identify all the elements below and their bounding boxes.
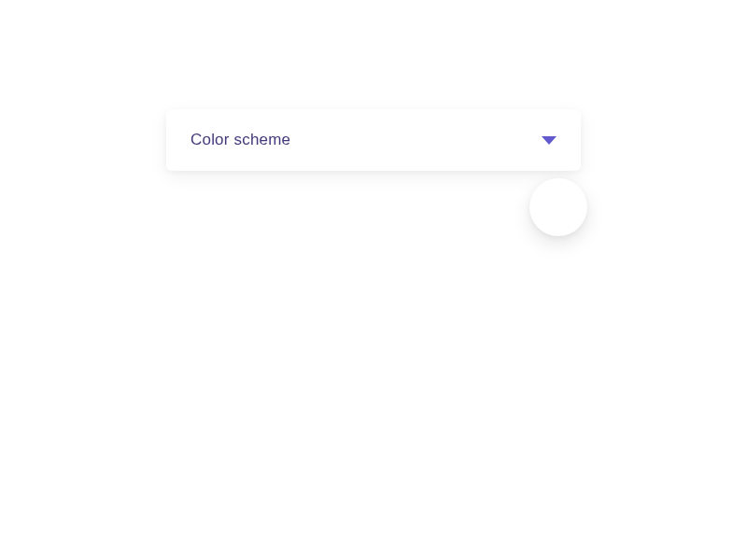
dropdown-label: Color scheme (190, 131, 290, 149)
chevron-down-icon (542, 136, 557, 145)
color-scheme-dropdown[interactable]: Color scheme (166, 109, 581, 171)
floating-action-button[interactable] (529, 178, 587, 236)
